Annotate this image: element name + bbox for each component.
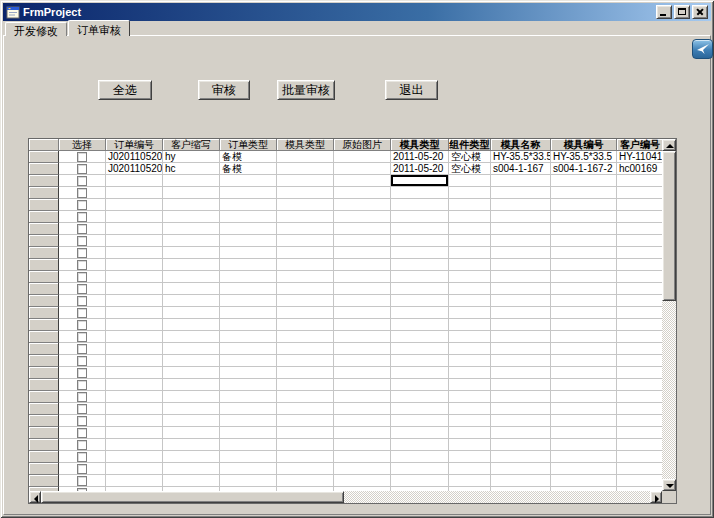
- grid-cell[interactable]: [220, 439, 277, 451]
- grid-cell[interactable]: [491, 343, 551, 355]
- grid-cell[interactable]: hy: [163, 151, 220, 163]
- grid-cell[interactable]: [277, 259, 334, 271]
- grid-cell[interactable]: [551, 367, 617, 379]
- grid-cell[interactable]: [551, 187, 617, 199]
- grid-cell[interactable]: [391, 475, 449, 487]
- grid-cell[interactable]: [551, 403, 617, 415]
- grid-cell[interactable]: [551, 259, 617, 271]
- grid-cell[interactable]: 空心模: [449, 151, 491, 163]
- grid-cell[interactable]: [449, 439, 491, 451]
- row-checkbox[interactable]: [77, 404, 87, 414]
- row-checkbox[interactable]: [77, 284, 87, 294]
- grid-cell[interactable]: [391, 223, 449, 235]
- grid-cell[interactable]: [391, 187, 449, 199]
- grid-cell[interactable]: [163, 187, 220, 199]
- grid-cell[interactable]: [391, 403, 449, 415]
- grid-cell[interactable]: [551, 295, 617, 307]
- row-header-cell[interactable]: [29, 295, 59, 307]
- grid-cell[interactable]: [277, 463, 334, 475]
- row-header-cell[interactable]: [29, 283, 59, 295]
- grid-cell[interactable]: [220, 259, 277, 271]
- exit-button[interactable]: 退出: [385, 80, 438, 100]
- grid-cell[interactable]: [277, 451, 334, 463]
- minimize-button[interactable]: [656, 5, 672, 19]
- grid-cell[interactable]: [220, 319, 277, 331]
- grid-cell[interactable]: [491, 355, 551, 367]
- row-header-cell[interactable]: [29, 187, 59, 199]
- row-checkbox[interactable]: [77, 152, 87, 162]
- grid-cell[interactable]: [391, 295, 449, 307]
- grid-cell[interactable]: [106, 271, 163, 283]
- grid-cell[interactable]: [277, 391, 334, 403]
- grid-cell[interactable]: [617, 391, 662, 403]
- grid-cell[interactable]: [491, 391, 551, 403]
- grid-cell[interactable]: [277, 331, 334, 343]
- row-header-cell[interactable]: [29, 427, 59, 439]
- grid-cell[interactable]: [277, 307, 334, 319]
- grid-cell[interactable]: [106, 295, 163, 307]
- grid-cell[interactable]: [491, 211, 551, 223]
- grid-cell[interactable]: [391, 199, 449, 211]
- grid-cell[interactable]: [491, 307, 551, 319]
- grid-cell[interactable]: [277, 355, 334, 367]
- grid-cell[interactable]: [163, 427, 220, 439]
- grid-cell[interactable]: [334, 235, 391, 247]
- column-header-cell[interactable]: 模具类型: [277, 139, 334, 151]
- grid-cell[interactable]: [277, 199, 334, 211]
- scroll-right-button[interactable]: [650, 491, 662, 503]
- row-checkbox[interactable]: [77, 224, 87, 234]
- grid-cell[interactable]: [220, 199, 277, 211]
- grid-cell[interactable]: [334, 247, 391, 259]
- grid-cell[interactable]: [106, 463, 163, 475]
- grid-cell[interactable]: [551, 235, 617, 247]
- grid-cell[interactable]: [163, 379, 220, 391]
- grid-cell[interactable]: [106, 319, 163, 331]
- grid-cell[interactable]: [551, 415, 617, 427]
- grid-cell[interactable]: [277, 439, 334, 451]
- grid-cell[interactable]: [491, 175, 551, 187]
- grid-cell[interactable]: [220, 211, 277, 223]
- grid-cell[interactable]: [334, 367, 391, 379]
- grid-cell[interactable]: [617, 211, 662, 223]
- grid-cell[interactable]: [334, 415, 391, 427]
- grid-cell[interactable]: [163, 403, 220, 415]
- grid-cell[interactable]: [277, 319, 334, 331]
- grid-cell[interactable]: [391, 307, 449, 319]
- grid-cell[interactable]: [449, 235, 491, 247]
- grid-cell[interactable]: [163, 247, 220, 259]
- horizontal-scroll-thumb[interactable]: [41, 491, 344, 503]
- row-checkbox[interactable]: [77, 464, 87, 474]
- grid-cell[interactable]: [334, 151, 391, 163]
- grid-cell[interactable]: [277, 475, 334, 487]
- grid-cell[interactable]: [277, 211, 334, 223]
- grid-cell[interactable]: 备模: [220, 151, 277, 163]
- row-header-cell[interactable]: [29, 415, 59, 427]
- grid-cell[interactable]: [491, 247, 551, 259]
- grid-cell[interactable]: [491, 331, 551, 343]
- grid-cell[interactable]: [551, 355, 617, 367]
- grid-cell[interactable]: [106, 475, 163, 487]
- grid-cell[interactable]: [617, 451, 662, 463]
- grid-cell[interactable]: [617, 415, 662, 427]
- grid-cell[interactable]: [106, 247, 163, 259]
- grid-cell[interactable]: [106, 391, 163, 403]
- grid-cell[interactable]: [334, 427, 391, 439]
- grid-cell[interactable]: [220, 187, 277, 199]
- grid-cell[interactable]: [449, 343, 491, 355]
- grid-cell[interactable]: [449, 307, 491, 319]
- row-header-cell[interactable]: [29, 451, 59, 463]
- grid-cell[interactable]: [334, 283, 391, 295]
- grid-cell[interactable]: [491, 295, 551, 307]
- grid-cell[interactable]: [277, 271, 334, 283]
- grid-cell[interactable]: [334, 451, 391, 463]
- row-checkbox[interactable]: [77, 176, 87, 186]
- row-checkbox[interactable]: [77, 248, 87, 258]
- grid-cell[interactable]: [617, 295, 662, 307]
- close-button[interactable]: [692, 5, 708, 19]
- grid-cell[interactable]: [617, 283, 662, 295]
- row-checkbox[interactable]: [77, 428, 87, 438]
- grid-cell[interactable]: [491, 199, 551, 211]
- grid-cell[interactable]: J020110520002: [106, 163, 163, 175]
- grid-cell[interactable]: [106, 259, 163, 271]
- grid-cell[interactable]: [449, 475, 491, 487]
